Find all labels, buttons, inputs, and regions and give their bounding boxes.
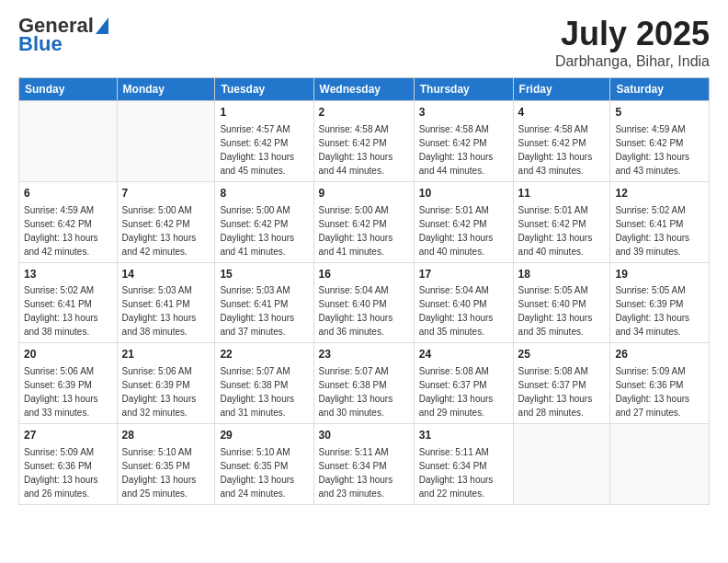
- day-number: 17: [419, 267, 508, 282]
- day-number: 1: [220, 105, 308, 121]
- calendar-cell: 1Sunrise: 4:57 AM Sunset: 6:42 PM Daylig…: [215, 101, 313, 182]
- day-number: 15: [220, 267, 308, 282]
- calendar-week-row: 27Sunrise: 5:09 AM Sunset: 6:36 PM Dayli…: [19, 424, 710, 505]
- day-number: 20: [24, 347, 112, 362]
- calendar-cell: 14Sunrise: 5:03 AM Sunset: 6:41 PM Dayli…: [117, 262, 215, 343]
- day-info: Sunrise: 4:58 AM Sunset: 6:42 PM Dayligh…: [518, 122, 606, 178]
- calendar-cell: 27Sunrise: 5:09 AM Sunset: 6:36 PM Dayli…: [19, 424, 118, 505]
- day-info: Sunrise: 5:08 AM Sunset: 6:37 PM Dayligh…: [518, 364, 606, 419]
- day-number: 28: [122, 428, 210, 443]
- calendar-cell: 5Sunrise: 4:59 AM Sunset: 6:42 PM Daylig…: [610, 101, 710, 182]
- calendar-cell: 19Sunrise: 5:05 AM Sunset: 6:39 PM Dayli…: [610, 262, 710, 343]
- calendar-cell: [19, 101, 118, 182]
- calendar-table: SundayMondayTuesdayWednesdayThursdayFrid…: [18, 77, 710, 505]
- calendar-cell: 12Sunrise: 5:02 AM Sunset: 6:41 PM Dayli…: [610, 181, 710, 262]
- day-number: 26: [615, 347, 704, 362]
- day-info: Sunrise: 5:11 AM Sunset: 6:34 PM Dayligh…: [419, 445, 508, 500]
- day-number: 11: [518, 186, 606, 201]
- calendar-cell: 21Sunrise: 5:06 AM Sunset: 6:39 PM Dayli…: [117, 343, 215, 424]
- calendar-cell: 13Sunrise: 5:02 AM Sunset: 6:41 PM Dayli…: [19, 262, 118, 343]
- day-number: 24: [419, 347, 508, 362]
- day-info: Sunrise: 5:02 AM Sunset: 6:41 PM Dayligh…: [24, 283, 112, 339]
- calendar-cell: 23Sunrise: 5:07 AM Sunset: 6:38 PM Dayli…: [313, 343, 414, 424]
- day-number: 27: [24, 428, 112, 443]
- calendar-cell: 18Sunrise: 5:05 AM Sunset: 6:40 PM Dayli…: [513, 262, 610, 343]
- weekday-header: Monday: [117, 78, 215, 101]
- day-number: 16: [319, 267, 409, 282]
- day-number: 29: [220, 428, 308, 443]
- day-info: Sunrise: 4:58 AM Sunset: 6:42 PM Dayligh…: [319, 122, 409, 178]
- logo-blue-text: Blue: [18, 33, 108, 55]
- calendar-cell: 11Sunrise: 5:01 AM Sunset: 6:42 PM Dayli…: [513, 181, 610, 262]
- day-number: 8: [220, 186, 308, 201]
- day-info: Sunrise: 5:07 AM Sunset: 6:38 PM Dayligh…: [220, 364, 308, 419]
- calendar-cell: 28Sunrise: 5:10 AM Sunset: 6:35 PM Dayli…: [117, 424, 215, 505]
- day-info: Sunrise: 5:00 AM Sunset: 6:42 PM Dayligh…: [319, 203, 409, 259]
- day-number: 12: [615, 186, 704, 201]
- day-info: Sunrise: 5:03 AM Sunset: 6:41 PM Dayligh…: [122, 283, 210, 339]
- day-number: 23: [319, 347, 409, 362]
- calendar-week-row: 1Sunrise: 4:57 AM Sunset: 6:42 PM Daylig…: [19, 101, 710, 182]
- day-info: Sunrise: 5:06 AM Sunset: 6:39 PM Dayligh…: [122, 364, 210, 419]
- day-info: Sunrise: 5:03 AM Sunset: 6:41 PM Dayligh…: [220, 283, 308, 339]
- weekday-header: Thursday: [414, 78, 513, 101]
- day-info: Sunrise: 5:05 AM Sunset: 6:39 PM Dayligh…: [615, 283, 704, 339]
- weekday-header: Tuesday: [215, 78, 313, 101]
- day-info: Sunrise: 5:00 AM Sunset: 6:42 PM Dayligh…: [220, 203, 308, 259]
- day-info: Sunrise: 5:07 AM Sunset: 6:38 PM Dayligh…: [319, 364, 409, 419]
- day-info: Sunrise: 5:01 AM Sunset: 6:42 PM Dayligh…: [518, 203, 606, 259]
- page: General Blue July 2025 Darbhanga, Bihar,…: [0, 0, 728, 563]
- day-info: Sunrise: 4:58 AM Sunset: 6:42 PM Dayligh…: [419, 122, 508, 178]
- weekday-header: Saturday: [610, 78, 710, 101]
- day-info: Sunrise: 5:06 AM Sunset: 6:39 PM Dayligh…: [24, 364, 112, 419]
- day-info: Sunrise: 5:02 AM Sunset: 6:41 PM Dayligh…: [615, 203, 704, 259]
- day-info: Sunrise: 5:04 AM Sunset: 6:40 PM Dayligh…: [419, 283, 508, 339]
- calendar-cell: 9Sunrise: 5:00 AM Sunset: 6:42 PM Daylig…: [313, 181, 414, 262]
- calendar-cell: 29Sunrise: 5:10 AM Sunset: 6:35 PM Dayli…: [215, 424, 313, 505]
- day-info: Sunrise: 5:09 AM Sunset: 6:36 PM Dayligh…: [615, 364, 704, 419]
- calendar-cell: 4Sunrise: 4:58 AM Sunset: 6:42 PM Daylig…: [513, 101, 610, 182]
- weekday-header: Wednesday: [313, 78, 414, 101]
- calendar-week-row: 6Sunrise: 4:59 AM Sunset: 6:42 PM Daylig…: [19, 181, 710, 262]
- day-number: 7: [122, 186, 210, 201]
- main-title: July 2025: [555, 15, 710, 53]
- day-number: 10: [419, 186, 508, 201]
- day-number: 19: [615, 267, 704, 282]
- calendar-cell: 8Sunrise: 5:00 AM Sunset: 6:42 PM Daylig…: [215, 181, 313, 262]
- svg-marker-0: [96, 17, 108, 34]
- day-info: Sunrise: 5:08 AM Sunset: 6:37 PM Dayligh…: [419, 364, 508, 419]
- calendar-cell: [513, 424, 610, 505]
- calendar-cell: [117, 101, 215, 182]
- day-number: 30: [319, 428, 409, 443]
- calendar-cell: 7Sunrise: 5:00 AM Sunset: 6:42 PM Daylig…: [117, 181, 215, 262]
- day-number: 21: [122, 347, 210, 362]
- weekday-header: Friday: [513, 78, 610, 101]
- day-number: 9: [319, 186, 409, 201]
- calendar-cell: 24Sunrise: 5:08 AM Sunset: 6:37 PM Dayli…: [414, 343, 513, 424]
- weekday-header: Sunday: [19, 78, 118, 101]
- day-number: 6: [24, 186, 112, 201]
- day-info: Sunrise: 5:05 AM Sunset: 6:40 PM Dayligh…: [518, 283, 606, 339]
- day-number: 18: [518, 267, 606, 282]
- calendar-week-row: 20Sunrise: 5:06 AM Sunset: 6:39 PM Dayli…: [19, 343, 710, 424]
- day-number: 4: [518, 105, 606, 121]
- header: General Blue July 2025 Darbhanga, Bihar,…: [18, 15, 710, 70]
- day-info: Sunrise: 5:04 AM Sunset: 6:40 PM Dayligh…: [319, 283, 409, 339]
- calendar-cell: 16Sunrise: 5:04 AM Sunset: 6:40 PM Dayli…: [313, 262, 414, 343]
- calendar-cell: 6Sunrise: 4:59 AM Sunset: 6:42 PM Daylig…: [19, 181, 118, 262]
- logo-triangle-icon: [96, 17, 108, 34]
- day-number: 3: [419, 105, 508, 121]
- calendar-cell: 17Sunrise: 5:04 AM Sunset: 6:40 PM Dayli…: [414, 262, 513, 343]
- title-block: July 2025 Darbhanga, Bihar, India: [555, 15, 710, 70]
- calendar-header-row: SundayMondayTuesdayWednesdayThursdayFrid…: [19, 78, 710, 101]
- day-info: Sunrise: 4:57 AM Sunset: 6:42 PM Dayligh…: [220, 122, 308, 178]
- calendar-cell: 22Sunrise: 5:07 AM Sunset: 6:38 PM Dayli…: [215, 343, 313, 424]
- day-info: Sunrise: 4:59 AM Sunset: 6:42 PM Dayligh…: [615, 122, 704, 178]
- day-info: Sunrise: 5:10 AM Sunset: 6:35 PM Dayligh…: [122, 445, 210, 500]
- day-number: 25: [518, 347, 606, 362]
- day-number: 13: [24, 267, 112, 282]
- day-info: Sunrise: 5:10 AM Sunset: 6:35 PM Dayligh…: [220, 445, 308, 500]
- day-number: 31: [419, 428, 508, 443]
- day-info: Sunrise: 5:09 AM Sunset: 6:36 PM Dayligh…: [24, 445, 112, 500]
- subtitle: Darbhanga, Bihar, India: [555, 53, 710, 70]
